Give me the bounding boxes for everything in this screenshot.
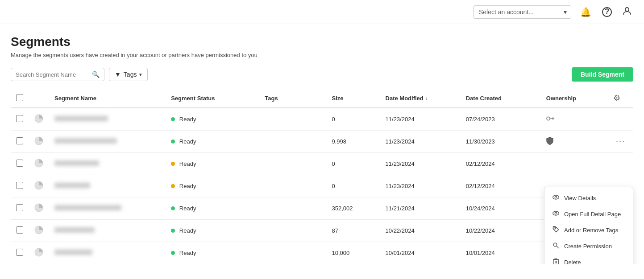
col-header-check bbox=[11, 89, 29, 108]
notifications-button[interactable]: 🔔 bbox=[578, 5, 593, 19]
toolbar: 🔍 ▼ Tags ▾ Build Segment bbox=[11, 67, 633, 82]
row-status: Ready bbox=[166, 153, 259, 175]
menu-item-add-remove-tags[interactable]: Add or Remove Tags bbox=[544, 222, 633, 238]
eye-full-icon bbox=[552, 210, 560, 218]
row-checkbox[interactable] bbox=[16, 137, 23, 144]
segment-pie-icon bbox=[34, 140, 44, 147]
col-header-segment-name: Segment Name bbox=[49, 89, 166, 108]
status-text: Ready bbox=[179, 116, 196, 123]
account-dropdown-wrapper: Select an account... bbox=[473, 5, 571, 19]
segment-pie-icon bbox=[34, 185, 44, 192]
col-header-icon bbox=[29, 89, 49, 108]
segment-pie-icon bbox=[34, 118, 44, 125]
segment-name-text bbox=[54, 183, 90, 188]
user-button[interactable] bbox=[621, 4, 633, 19]
row-date-modified: 11/23/2024 bbox=[380, 131, 461, 153]
table-row: Ready 10,000 10/01/2024 10/01/2024 bbox=[11, 242, 633, 264]
row-segment-name bbox=[49, 153, 166, 175]
row-segment-name bbox=[49, 175, 166, 197]
row-size: 0 bbox=[326, 153, 380, 175]
row-checkbox[interactable] bbox=[16, 249, 23, 256]
segment-pie-icon bbox=[34, 163, 44, 169]
row-icon-cell bbox=[29, 197, 49, 220]
row-checkbox[interactable] bbox=[16, 226, 23, 234]
row-segment-name bbox=[49, 220, 166, 242]
row-actions-button[interactable]: ··· bbox=[613, 136, 628, 147]
row-ownership bbox=[541, 108, 608, 131]
help-button[interactable]: ? bbox=[600, 5, 614, 19]
row-checkbox-cell bbox=[11, 131, 29, 153]
segment-name-text bbox=[54, 227, 95, 233]
row-checkbox-cell bbox=[11, 242, 29, 264]
row-size: 9,998 bbox=[326, 131, 380, 153]
row-date-modified: 11/23/2024 bbox=[380, 108, 461, 131]
bell-icon: 🔔 bbox=[580, 7, 591, 17]
row-checkbox[interactable] bbox=[16, 160, 23, 167]
svg-point-21 bbox=[553, 227, 554, 228]
key-permission-icon bbox=[552, 242, 560, 250]
search-input[interactable] bbox=[16, 71, 88, 78]
segment-name-text bbox=[54, 160, 99, 166]
row-date-modified: 10/01/2024 bbox=[380, 242, 461, 264]
status-text: Ready bbox=[179, 160, 196, 167]
row-checkbox-cell bbox=[11, 197, 29, 220]
status-text: Ready bbox=[179, 205, 196, 212]
page-subtitle: Manage the segments users have created i… bbox=[11, 52, 633, 58]
status-dot-icon bbox=[171, 162, 175, 166]
row-date-modified: 11/23/2024 bbox=[380, 175, 461, 197]
col-header-date-modified[interactable]: Date Modified ↓ bbox=[380, 89, 461, 108]
col-header-tags: Tags bbox=[259, 89, 326, 108]
menu-item-view-details[interactable]: View Details bbox=[544, 190, 633, 206]
row-tags bbox=[259, 108, 326, 131]
menu-item-label: Add or Remove Tags bbox=[564, 227, 618, 234]
table-row: Ready 0 11/23/2024 07/24/2023 bbox=[11, 108, 633, 131]
row-checkbox[interactable] bbox=[16, 182, 23, 189]
table-header-row: Segment Name Segment Status Tags Size Da… bbox=[11, 89, 633, 108]
tags-label: Tags bbox=[124, 71, 137, 78]
search-icon: 🔍 bbox=[92, 71, 100, 78]
build-segment-button[interactable]: Build Segment bbox=[572, 67, 633, 82]
menu-item-open-full-detail[interactable]: Open Full Detail Page bbox=[544, 206, 633, 222]
row-checkbox[interactable] bbox=[16, 204, 23, 211]
row-checkbox-cell bbox=[11, 108, 29, 131]
menu-item-delete[interactable]: Delete bbox=[544, 254, 633, 264]
eye-icon bbox=[552, 194, 560, 202]
menu-item-create-permission[interactable]: Create Permission bbox=[544, 238, 633, 254]
row-size: 87 bbox=[326, 220, 380, 242]
row-icon-cell bbox=[29, 242, 49, 264]
status-dot-icon bbox=[171, 206, 175, 210]
row-status: Ready bbox=[166, 131, 259, 153]
row-tags bbox=[259, 220, 326, 242]
table-row: Ready 0 11/23/2024 02/12/2024 bbox=[11, 175, 633, 197]
select-all-checkbox[interactable] bbox=[16, 94, 23, 101]
row-size: 10,000 bbox=[326, 242, 380, 264]
search-box: 🔍 bbox=[11, 68, 104, 81]
status-dot-icon bbox=[171, 251, 175, 255]
table-wrapper: Segment Name Segment Status Tags Size Da… bbox=[11, 89, 633, 264]
svg-rect-23 bbox=[553, 259, 558, 264]
ownership-icon bbox=[546, 140, 553, 146]
row-date-modified: 11/21/2024 bbox=[380, 197, 461, 220]
status-text: Ready bbox=[179, 250, 196, 256]
row-segment-name bbox=[49, 108, 166, 131]
svg-point-0 bbox=[625, 8, 629, 11]
status-text: Ready bbox=[179, 183, 196, 189]
tag-icon bbox=[552, 226, 560, 234]
table-row: Ready 9,998 11/23/2024 11/30/2023 ··· bbox=[11, 131, 633, 153]
svg-point-18 bbox=[553, 211, 559, 215]
table-row: Ready 87 10/22/2024 10/22/2024 bbox=[11, 220, 633, 242]
row-tags bbox=[259, 242, 326, 264]
table-settings-button[interactable]: ⚙ bbox=[613, 93, 620, 103]
svg-point-19 bbox=[555, 212, 557, 214]
table-row: Ready 0 11/23/2024 02/12/2024 bbox=[11, 153, 633, 175]
row-checkbox[interactable] bbox=[16, 115, 23, 122]
row-icon-cell bbox=[29, 220, 49, 242]
menu-item-label: Delete bbox=[564, 259, 581, 265]
account-dropdown[interactable]: Select an account... bbox=[473, 5, 571, 19]
segment-pie-icon bbox=[34, 230, 44, 236]
row-ownership bbox=[541, 153, 608, 175]
row-actions-cell bbox=[608, 108, 633, 131]
status-dot-icon bbox=[171, 229, 175, 233]
tags-filter-button[interactable]: ▼ Tags ▾ bbox=[109, 68, 148, 81]
row-checkbox-cell bbox=[11, 220, 29, 242]
